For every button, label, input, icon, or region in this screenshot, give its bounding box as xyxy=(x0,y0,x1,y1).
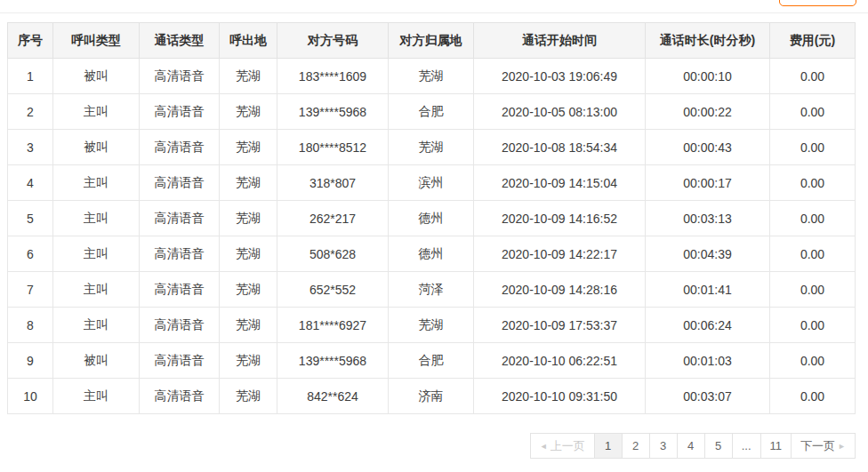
column-header: 费用(元) xyxy=(770,23,856,59)
table-cell: 00:04:39 xyxy=(646,236,770,272)
table-row: 8主叫高清语音芜湖181****6927芜湖2020-10-09 17:53:3… xyxy=(8,308,856,343)
table-cell: 0.00 xyxy=(770,59,856,94)
table-cell: 0.00 xyxy=(770,130,856,165)
pagination-page-4[interactable]: 4 xyxy=(677,434,704,458)
pagination-page-11[interactable]: 11 xyxy=(760,434,792,458)
pagination-prev-label: 上一页 xyxy=(551,439,585,452)
table-cell: 芜湖 xyxy=(389,59,474,94)
table-cell: 318*807 xyxy=(277,165,389,201)
table-cell: 高清语音 xyxy=(140,130,220,165)
pagination-page-3[interactable]: 3 xyxy=(649,434,677,458)
table-cell: 2020-10-09 14:28:16 xyxy=(474,272,646,308)
pagination-prev-button: ◄上一页 xyxy=(531,434,594,458)
pagination-page-1[interactable]: 1 xyxy=(594,434,622,458)
column-header: 对方归属地 xyxy=(389,23,474,59)
table-cell: 0.00 xyxy=(770,94,856,130)
table-cell: 2020-10-09 17:53:37 xyxy=(474,308,646,343)
table-cell: 10 xyxy=(8,379,53,414)
table-cell: 9 xyxy=(8,343,53,379)
table-cell: 滨州 xyxy=(389,165,474,201)
table-cell: 芜湖 xyxy=(220,59,277,94)
table-cell: 芜湖 xyxy=(389,130,474,165)
top-separator-line xyxy=(0,12,868,13)
top-action-button[interactable] xyxy=(779,0,856,6)
table-cell: 00:01:41 xyxy=(646,272,770,308)
table-cell: 00:00:43 xyxy=(646,130,770,165)
table-cell: 00:03:07 xyxy=(646,379,770,414)
column-header: 呼出地 xyxy=(220,23,277,59)
table-header-row: 序号呼叫类型通话类型呼出地对方号码对方归属地通话开始时间通话时长(时分秒)费用(… xyxy=(8,23,856,59)
call-records-table: 序号呼叫类型通话类型呼出地对方号码对方归属地通话开始时间通话时长(时分秒)费用(… xyxy=(7,22,856,414)
table-cell: 2 xyxy=(8,94,53,130)
pagination-page-2[interactable]: 2 xyxy=(622,434,649,458)
table-cell: 0.00 xyxy=(770,343,856,379)
table-cell: 济南 xyxy=(389,379,474,414)
table-row: 3被叫高清语音芜湖180****8512芜湖2020-10-08 18:54:3… xyxy=(8,130,856,165)
table-cell: 2020-10-09 14:15:04 xyxy=(474,165,646,201)
table-cell: 德州 xyxy=(389,201,474,236)
table-cell: 被叫 xyxy=(53,130,140,165)
table-cell: 高清语音 xyxy=(140,272,220,308)
column-header: 序号 xyxy=(8,23,53,59)
table-cell: 139****5968 xyxy=(277,343,389,379)
table-cell: 芜湖 xyxy=(220,379,277,414)
table-cell: 0.00 xyxy=(770,165,856,201)
pagination-page-5[interactable]: 5 xyxy=(704,434,732,458)
table-cell: 合肥 xyxy=(389,94,474,130)
table-cell: 高清语音 xyxy=(140,94,220,130)
table-cell: 8 xyxy=(8,308,53,343)
table-row: 9被叫高清语音芜湖139****5968合肥2020-10-10 06:22:5… xyxy=(8,343,856,379)
table-cell: 芜湖 xyxy=(220,201,277,236)
table-row: 4主叫高清语音芜湖318*807滨州2020-10-09 14:15:0400:… xyxy=(8,165,856,201)
table-cell: 芜湖 xyxy=(220,308,277,343)
table-cell: 德州 xyxy=(389,236,474,272)
table-cell: 芜湖 xyxy=(220,272,277,308)
table-cell: 主叫 xyxy=(53,94,140,130)
table-cell: 高清语音 xyxy=(140,308,220,343)
table-cell: 652*552 xyxy=(277,272,389,308)
pagination: ◄上一页 12345...11下一页► xyxy=(530,433,856,459)
table-cell: 183****1609 xyxy=(277,59,389,94)
pagination-next-label: 下一页 xyxy=(800,439,835,452)
table-cell: 被叫 xyxy=(53,59,140,94)
column-header: 通话开始时间 xyxy=(474,23,646,59)
table-cell: 2020-10-05 08:13:00 xyxy=(474,94,646,130)
table-cell: 5 xyxy=(8,201,53,236)
table-cell: 508*628 xyxy=(277,236,389,272)
table-cell: 高清语音 xyxy=(140,236,220,272)
table-cell: 高清语音 xyxy=(140,343,220,379)
table-cell: 被叫 xyxy=(53,343,140,379)
table-cell: 7 xyxy=(8,272,53,308)
column-header: 呼叫类型 xyxy=(53,23,140,59)
table-cell: 芜湖 xyxy=(220,236,277,272)
table-row: 2主叫高清语音芜湖139****5968合肥2020-10-05 08:13:0… xyxy=(8,94,856,130)
table-cell: 00:00:17 xyxy=(646,165,770,201)
table-cell: 高清语音 xyxy=(140,165,220,201)
chevron-right-icon: ► xyxy=(838,442,846,451)
table-cell: 2020-10-10 06:22:51 xyxy=(474,343,646,379)
table-cell: 1 xyxy=(8,59,53,94)
table-cell: 0.00 xyxy=(770,201,856,236)
table-cell: 2020-10-03 19:06:49 xyxy=(474,59,646,94)
pagination-next-button[interactable]: 下一页► xyxy=(791,434,855,458)
column-header: 通话时长(时分秒) xyxy=(646,23,770,59)
table-cell: 0.00 xyxy=(770,379,856,414)
table-cell: 主叫 xyxy=(53,165,140,201)
table-cell: 菏泽 xyxy=(389,272,474,308)
table-row: 5主叫高清语音芜湖262*217德州2020-10-09 14:16:5200:… xyxy=(8,201,856,236)
table-cell: 芜湖 xyxy=(220,165,277,201)
table-cell: 0.00 xyxy=(770,236,856,272)
table-body: 1被叫高清语音芜湖183****1609芜湖2020-10-03 19:06:4… xyxy=(8,59,856,414)
pagination-ellipsis: ... xyxy=(732,434,760,458)
table-cell: 芜湖 xyxy=(220,94,277,130)
table-cell: 139****5968 xyxy=(277,94,389,130)
table-cell: 高清语音 xyxy=(140,379,220,414)
table-cell: 2020-10-08 18:54:34 xyxy=(474,130,646,165)
column-header: 通话类型 xyxy=(140,23,220,59)
table-cell: 00:06:24 xyxy=(646,308,770,343)
table-cell: 00:00:10 xyxy=(646,59,770,94)
table-cell: 180****8512 xyxy=(277,130,389,165)
table-cell: 3 xyxy=(8,130,53,165)
table-cell: 主叫 xyxy=(53,308,140,343)
chevron-left-icon: ◄ xyxy=(540,442,548,451)
